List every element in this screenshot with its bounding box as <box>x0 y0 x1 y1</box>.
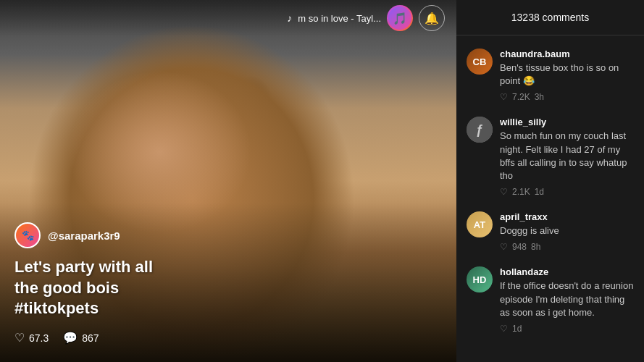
comments-panel: 13238 comments CB chaundra.baum Ben's ti… <box>456 0 644 362</box>
comment-text: If the office doesn't do a reunion episo… <box>500 279 634 319</box>
comment-content: april_traxx Doggg is alive ♡ 948 8h <box>500 211 634 252</box>
comment-text: Ben's tissue box tho is so on point 😂 <box>500 62 634 88</box>
user-row: 🐾 @sarapark3r9 <box>14 222 442 248</box>
commenter-username[interactable]: willie_silly <box>500 117 634 127</box>
video-top-bar: ♪ m so in love - Tayl... 🎵 🔔 <box>0 0 456 36</box>
comment-item: ƒ willie_silly So much fun on my couch l… <box>456 109 644 204</box>
music-bar: ♪ m so in love - Tayl... 🎵 🔔 <box>287 5 445 31</box>
commenter-username[interactable]: hollandaze <box>500 266 634 277</box>
music-text: m so in love - Tayl... <box>298 13 381 24</box>
comment-content: hollandaze If the office doesn't do a re… <box>500 266 634 334</box>
hashtag[interactable]: #tiktokpets <box>14 299 99 317</box>
comment-meta: ♡ 1d <box>500 324 634 334</box>
commenter-avatar: ƒ <box>467 117 493 143</box>
comment-icon: 💬 <box>63 331 78 345</box>
comment-text: So much fun on my couch last night. Felt… <box>500 130 634 182</box>
music-avatar[interactable]: 🎵 <box>387 5 413 31</box>
comment-time: 1d <box>512 324 522 334</box>
likes-stat: ♡ 67.3 <box>14 331 49 345</box>
comment-likes: 7.2K <box>512 92 530 102</box>
comment-time: 8h <box>531 242 540 252</box>
comment-item: CB chaundra.baum Ben's tissue box tho is… <box>456 41 644 109</box>
comment-meta: ♡ 948 8h <box>500 242 634 252</box>
comments-count: 867 <box>82 332 99 344</box>
bell-button[interactable]: 🔔 <box>419 5 445 31</box>
comment-meta: ♡ 2.1K 1d <box>500 187 634 197</box>
video-bottom-content: 🐾 @sarapark3r9 Let's party with all the … <box>0 211 456 362</box>
commenter-avatar: CB <box>467 49 493 75</box>
video-panel: ♪ m so in love - Tayl... 🎵 🔔 🐾 @sarapark… <box>0 0 456 362</box>
comment-time: 3h <box>535 92 544 102</box>
svg-text:ƒ: ƒ <box>476 122 483 137</box>
music-avatar-inner: 🎵 <box>388 7 411 30</box>
comments-stat: 💬 867 <box>63 331 99 345</box>
comment-meta: ♡ 7.2K 3h <box>500 92 634 102</box>
comment-content: willie_silly So much fun on my couch las… <box>500 117 634 197</box>
user-avatar: 🐾 <box>14 222 41 248</box>
stats-row: ♡ 67.3 💬 867 <box>14 331 442 345</box>
heart-icon: ♡ <box>14 331 25 345</box>
username[interactable]: @sarapark3r9 <box>48 230 120 242</box>
likes-count: 67.3 <box>29 332 49 344</box>
comment-heart-icon[interactable]: ♡ <box>500 324 508 334</box>
comment-time: 1d <box>535 187 544 197</box>
caption-line1: Let's party with all <box>14 258 153 276</box>
comment-heart-icon[interactable]: ♡ <box>500 242 508 252</box>
comments-count-header: 13238 comments <box>511 12 589 23</box>
caption-line2: the good bois <box>14 279 119 297</box>
commenter-avatar: AT <box>467 211 493 237</box>
comment-heart-icon[interactable]: ♡ <box>500 92 508 102</box>
comment-likes: 2.1K <box>512 187 530 197</box>
comment-item: AT april_traxx Doggg is alive ♡ 948 8h <box>456 204 644 259</box>
avatar-svg: ƒ <box>467 117 493 143</box>
comment-content: chaundra.baum Ben's tissue box tho is so… <box>500 49 634 102</box>
commenter-username[interactable]: april_traxx <box>500 211 634 222</box>
commenter-avatar: HD <box>467 266 493 292</box>
comments-list[interactable]: CB chaundra.baum Ben's tissue box tho is… <box>456 35 644 362</box>
comment-text: Doggg is alive <box>500 224 634 237</box>
commenter-username[interactable]: chaundra.baum <box>500 49 634 59</box>
video-caption: Let's party with all the good bois #tikt… <box>14 257 442 319</box>
comment-likes: 948 <box>512 242 527 252</box>
comment-heart-icon[interactable]: ♡ <box>500 187 508 197</box>
comments-header: 13238 comments <box>456 0 644 35</box>
comment-item: HD hollandaze If the office doesn't do a… <box>456 259 644 341</box>
music-note-icon: ♪ <box>287 12 292 24</box>
